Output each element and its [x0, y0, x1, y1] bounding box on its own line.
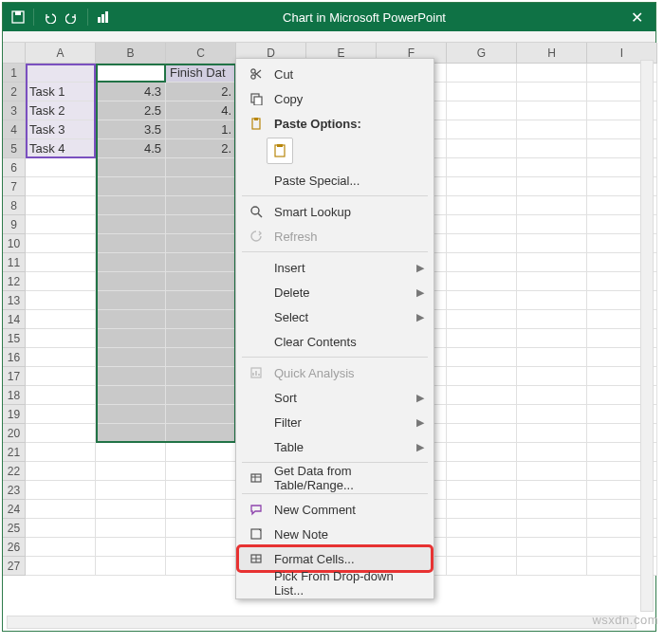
cell[interactable]: [96, 462, 166, 481]
cell[interactable]: [517, 462, 587, 481]
cell[interactable]: [26, 557, 96, 576]
cell[interactable]: [517, 177, 587, 196]
cell[interactable]: [447, 291, 517, 310]
cell[interactable]: [26, 424, 96, 443]
cell[interactable]: [166, 158, 236, 177]
cell[interactable]: [447, 386, 517, 405]
cell[interactable]: [166, 557, 236, 576]
row-header[interactable]: 12: [3, 272, 26, 291]
cell[interactable]: [26, 253, 96, 272]
cell[interactable]: [26, 367, 96, 386]
cell[interactable]: [96, 367, 166, 386]
cell[interactable]: [517, 424, 587, 443]
cell[interactable]: [517, 367, 587, 386]
row-header[interactable]: 7: [3, 177, 26, 196]
cell[interactable]: [447, 158, 517, 177]
cell[interactable]: Finish Dat: [166, 64, 236, 83]
cell[interactable]: [447, 500, 517, 519]
cell[interactable]: [26, 158, 96, 177]
cell[interactable]: [447, 462, 517, 481]
row-header[interactable]: 24: [3, 500, 26, 519]
cell[interactable]: [517, 557, 587, 576]
cell[interactable]: [96, 329, 166, 348]
row-header[interactable]: 11: [3, 253, 26, 272]
close-button[interactable]: ✕: [618, 3, 655, 31]
cell[interactable]: [166, 405, 236, 424]
cell[interactable]: [96, 557, 166, 576]
cell[interactable]: [26, 291, 96, 310]
ctx-new-note[interactable]: New Note: [238, 522, 432, 546]
cell[interactable]: 2.5: [96, 101, 166, 120]
cell[interactable]: [166, 462, 236, 481]
cell[interactable]: [166, 310, 236, 329]
cell[interactable]: [26, 234, 96, 253]
cell[interactable]: [517, 272, 587, 291]
col-header[interactable]: H: [517, 43, 587, 64]
cell[interactable]: [26, 481, 96, 500]
cell[interactable]: [166, 481, 236, 500]
cell[interactable]: [26, 519, 96, 538]
cell[interactable]: [517, 253, 587, 272]
ctx-new-comment[interactable]: New Comment: [238, 497, 432, 522]
cell[interactable]: [26, 538, 96, 557]
cell[interactable]: [96, 234, 166, 253]
cell[interactable]: [96, 538, 166, 557]
ctx-smart-lookup[interactable]: Smart Lookup: [238, 199, 432, 224]
cell[interactable]: [447, 424, 517, 443]
cell[interactable]: [166, 500, 236, 519]
cell[interactable]: [96, 310, 166, 329]
cell[interactable]: [447, 272, 517, 291]
ctx-pick-from-list[interactable]: Pick From Drop-down List...: [238, 571, 432, 596]
cell[interactable]: [166, 253, 236, 272]
cell[interactable]: [166, 329, 236, 348]
cell[interactable]: [517, 348, 587, 367]
cell[interactable]: [447, 367, 517, 386]
cell[interactable]: [517, 234, 587, 253]
horizontal-scrollbar[interactable]: [7, 616, 636, 629]
cell[interactable]: Task 2: [26, 101, 96, 120]
select-all-corner[interactable]: [3, 43, 26, 64]
cell[interactable]: [517, 291, 587, 310]
cell[interactable]: [26, 177, 96, 196]
paste-default-button[interactable]: [267, 138, 293, 164]
cell[interactable]: [26, 500, 96, 519]
cell[interactable]: [166, 348, 236, 367]
cell[interactable]: [517, 443, 587, 462]
cell[interactable]: [517, 519, 587, 538]
cell[interactable]: [517, 500, 587, 519]
cell[interactable]: [166, 177, 236, 196]
cell[interactable]: [447, 253, 517, 272]
cell[interactable]: [517, 83, 587, 101]
cell[interactable]: [447, 538, 517, 557]
cell[interactable]: [447, 196, 517, 215]
col-header[interactable]: A: [26, 43, 96, 64]
cell[interactable]: [96, 500, 166, 519]
ctx-delete[interactable]: Delete▶: [238, 280, 432, 304]
cell[interactable]: [447, 519, 517, 538]
cell[interactable]: [26, 348, 96, 367]
cell[interactable]: [26, 272, 96, 291]
row-header[interactable]: 4: [3, 120, 26, 139]
ctx-paste-special[interactable]: Paste Special...: [238, 168, 432, 193]
cell[interactable]: [166, 386, 236, 405]
row-header[interactable]: 2: [3, 83, 26, 101]
cell[interactable]: Start Date: [96, 64, 166, 83]
row-header[interactable]: 23: [3, 481, 26, 500]
ctx-table[interactable]: Table▶: [238, 434, 432, 459]
cell[interactable]: [96, 158, 166, 177]
row-header[interactable]: 20: [3, 424, 26, 443]
cell[interactable]: [447, 481, 517, 500]
ctx-format-cells[interactable]: Format Cells...: [238, 546, 432, 571]
cell[interactable]: [26, 329, 96, 348]
cell[interactable]: [26, 462, 96, 481]
cell[interactable]: [96, 177, 166, 196]
cell[interactable]: [96, 196, 166, 215]
ctx-sort[interactable]: Sort▶: [238, 385, 432, 410]
row-header[interactable]: 1: [3, 64, 26, 83]
cell[interactable]: [517, 481, 587, 500]
cell[interactable]: [96, 215, 166, 234]
cell[interactable]: [447, 83, 517, 101]
cell[interactable]: [447, 348, 517, 367]
cell[interactable]: [26, 386, 96, 405]
row-header[interactable]: 22: [3, 462, 26, 481]
